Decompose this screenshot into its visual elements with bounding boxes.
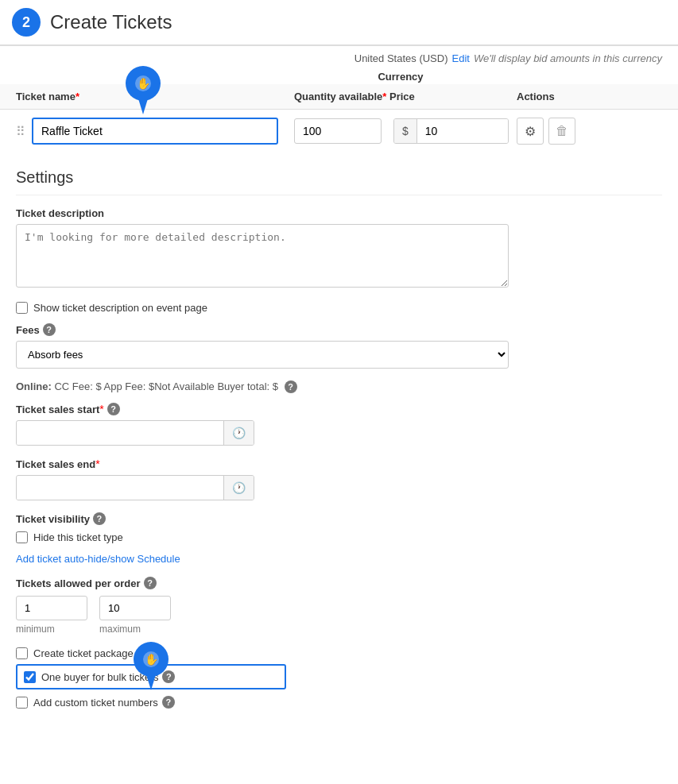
price-input[interactable] xyxy=(417,119,509,143)
fees-group: Fees ? Absorb fees Pass fees to buyer xyxy=(16,323,662,369)
ticket-name-input[interactable] xyxy=(32,118,278,145)
ticket-header-row: Ticket name* Quantity available* Price A… xyxy=(0,84,678,110)
fees-help-icon[interactable]: ? xyxy=(43,323,56,336)
per-order-min-group: minimum xyxy=(16,596,87,635)
ticket-description-label: Ticket description xyxy=(16,207,662,219)
sales-start-help-icon[interactable]: ? xyxy=(107,403,120,415)
ticket-sales-end-group: Ticket sales end * 🕐 xyxy=(16,458,662,500)
ticket-sales-start-wrapper: 🕐 xyxy=(16,420,254,446)
actions-group: ⚙ 🗑 xyxy=(517,118,575,145)
currency-bar: United States (USD) Edit We'll display b… xyxy=(0,46,678,71)
settings-section: Settings Ticket description Show ticket … xyxy=(0,153,678,709)
hide-ticket-checkbox[interactable] xyxy=(16,531,28,543)
ticket-sales-start-input[interactable] xyxy=(17,422,223,445)
per-order-max-group: maximum xyxy=(99,596,171,635)
page-title: Create Tickets xyxy=(50,11,172,33)
ticket-sales-start-label: Ticket sales start xyxy=(16,404,99,415)
hide-ticket-label: Hide this ticket type xyxy=(33,531,123,543)
per-order-min-input[interactable] xyxy=(16,596,87,620)
currency-value: United States (USD) xyxy=(354,52,448,64)
delete-ticket-button[interactable]: 🗑 xyxy=(548,118,575,145)
currency-hint: We'll display bid amounts in this curren… xyxy=(474,52,662,64)
ticket-description-textarea[interactable] xyxy=(16,224,509,288)
ticket-description-group: Ticket description xyxy=(16,207,662,290)
create-ticket-package-checkbox[interactable] xyxy=(16,647,28,659)
per-order-max-label: maximum xyxy=(99,624,171,635)
add-custom-ticket-row: Add custom ticket numbers ? xyxy=(16,696,662,709)
ticket-sales-end-input[interactable] xyxy=(17,477,223,500)
ticket-sales-end-wrapper: 🕐 xyxy=(16,475,254,500)
online-label: Online: xyxy=(16,380,52,392)
ticket-visibility-group: Ticket visibility ? Hide this ticket typ… xyxy=(16,512,662,565)
add-custom-ticket-checkbox[interactable] xyxy=(16,697,28,709)
ticket-sales-end-label: Ticket sales end xyxy=(16,458,95,470)
custom-ticket-help-icon[interactable]: ? xyxy=(162,696,175,709)
add-schedule-link[interactable]: Add ticket auto-hide/show Schedule xyxy=(16,553,662,565)
per-order-help-icon[interactable]: ? xyxy=(144,577,157,589)
sales-start-calendar-icon[interactable]: 🕐 xyxy=(223,421,254,445)
svg-text:✋: ✋ xyxy=(137,77,151,91)
ticket-sales-start-group: Ticket sales start * ? 🕐 xyxy=(16,403,662,446)
col-actions-header: Actions xyxy=(517,91,596,102)
per-order-inputs-row: minimum maximum xyxy=(16,596,662,635)
currency-label: Currency xyxy=(123,71,678,83)
fees-info-help-icon[interactable]: ? xyxy=(285,380,297,393)
create-ticket-package-label: Create ticket package xyxy=(33,647,134,659)
show-description-label: Show ticket description on event page xyxy=(33,302,207,314)
quantity-input[interactable] xyxy=(294,118,382,144)
page-header: 2 Create Tickets xyxy=(0,0,678,46)
tickets-per-order-group: Tickets allowed per order ? minimum maxi… xyxy=(16,577,662,635)
price-currency-symbol: $ xyxy=(394,119,417,143)
svg-marker-1 xyxy=(138,96,149,114)
add-custom-ticket-label: Add custom ticket numbers xyxy=(33,697,158,709)
per-order-max-input[interactable] xyxy=(99,596,171,620)
drag-handle-icon[interactable]: ⠿ xyxy=(16,124,25,139)
map-pin-top-icon: ✋ xyxy=(123,63,163,114)
show-description-row: Show ticket description on event page xyxy=(16,302,662,314)
sales-end-calendar-icon[interactable]: 🕐 xyxy=(223,476,254,500)
col-quantity-header: Quantity available* xyxy=(294,91,389,102)
svg-marker-5 xyxy=(145,672,157,690)
online-fees-text: Online: CC Fee: $ App Fee: $Not Availabl… xyxy=(16,380,662,393)
step-badge: 2 xyxy=(12,8,41,37)
show-description-checkbox[interactable] xyxy=(16,302,28,314)
per-order-min-label: minimum xyxy=(16,624,87,635)
fees-select[interactable]: Absorb fees Pass fees to buyer xyxy=(16,341,509,369)
map-pin-bottom-icon: ✋ xyxy=(131,639,171,690)
svg-text:✋: ✋ xyxy=(145,653,159,666)
visibility-help-icon[interactable]: ? xyxy=(93,512,106,525)
ticket-visibility-label: Ticket visibility xyxy=(16,513,90,525)
settings-gear-button[interactable]: ⚙ xyxy=(517,118,544,145)
per-order-label: Tickets allowed per order xyxy=(16,577,141,589)
currency-edit-link[interactable]: Edit xyxy=(452,52,470,64)
hide-ticket-row: Hide this ticket type xyxy=(16,531,662,543)
price-wrapper: $ xyxy=(393,118,509,144)
fees-label: Fees xyxy=(16,324,40,336)
settings-title: Settings xyxy=(16,168,662,195)
one-buyer-bulk-checkbox[interactable] xyxy=(24,671,36,683)
create-ticket-package-row: Create ticket package ? xyxy=(16,647,662,659)
cc-fee-label: CC Fee: $ App Fee: $Not Available Buyer … xyxy=(54,380,278,392)
col-price-header: Price xyxy=(389,91,517,102)
ticket-row: ⠿ $ ⚙ 🗑 xyxy=(0,110,678,153)
